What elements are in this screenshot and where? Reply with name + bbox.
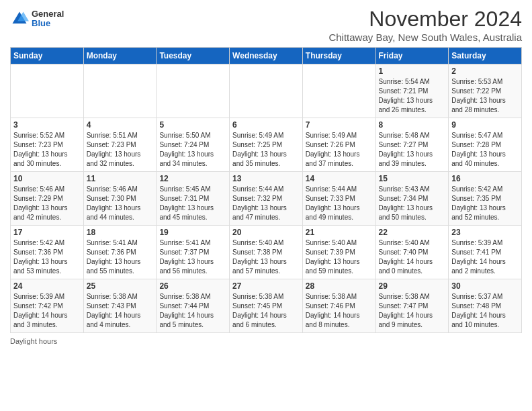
day-number: 3 bbox=[13, 120, 81, 130]
day-info: Sunrise: 5:52 AM Sunset: 7:23 PM Dayligh… bbox=[13, 131, 81, 169]
day-info: Sunrise: 5:53 AM Sunset: 7:22 PM Dayligh… bbox=[451, 77, 519, 115]
calendar-cell: 21Sunrise: 5:40 AM Sunset: 7:39 PM Dayli… bbox=[302, 226, 375, 279]
calendar-cell: 27Sunrise: 5:38 AM Sunset: 7:45 PM Dayli… bbox=[230, 279, 303, 333]
day-info: Sunrise: 5:40 AM Sunset: 7:38 PM Dayligh… bbox=[232, 238, 300, 276]
day-info: Sunrise: 5:45 AM Sunset: 7:31 PM Dayligh… bbox=[159, 185, 226, 222]
header-sunday: Sunday bbox=[11, 48, 84, 64]
day-info: Sunrise: 5:42 AM Sunset: 7:35 PM Dayligh… bbox=[451, 185, 519, 222]
day-number: 28 bbox=[306, 281, 373, 291]
calendar-cell: 22Sunrise: 5:40 AM Sunset: 7:40 PM Dayli… bbox=[375, 226, 449, 279]
calendar-cell bbox=[11, 64, 84, 118]
calendar-cell: 4Sunrise: 5:51 AM Sunset: 7:23 PM Daylig… bbox=[83, 118, 157, 172]
day-info: Sunrise: 5:40 AM Sunset: 7:40 PM Dayligh… bbox=[379, 238, 446, 276]
calendar-header-row: SundayMondayTuesdayWednesdayThursdayFrid… bbox=[11, 48, 522, 64]
header-wednesday: Wednesday bbox=[230, 48, 303, 64]
calendar-cell bbox=[157, 64, 230, 118]
day-number: 29 bbox=[379, 281, 446, 291]
calendar-cell: 8Sunrise: 5:48 AM Sunset: 7:27 PM Daylig… bbox=[375, 118, 449, 172]
calendar-cell: 24Sunrise: 5:39 AM Sunset: 7:42 PM Dayli… bbox=[11, 279, 84, 333]
day-number: 13 bbox=[232, 174, 300, 183]
day-number: 6 bbox=[232, 120, 300, 130]
day-number: 12 bbox=[159, 174, 226, 183]
day-info: Sunrise: 5:44 AM Sunset: 7:32 PM Dayligh… bbox=[232, 185, 300, 222]
day-info: Sunrise: 5:40 AM Sunset: 7:39 PM Dayligh… bbox=[306, 238, 373, 276]
day-info: Sunrise: 5:46 AM Sunset: 7:30 PM Dayligh… bbox=[87, 185, 154, 222]
day-info: Sunrise: 5:42 AM Sunset: 7:36 PM Dayligh… bbox=[13, 238, 81, 276]
logo: General Blue bbox=[10, 9, 64, 29]
calendar-cell: 16Sunrise: 5:42 AM Sunset: 7:35 PM Dayli… bbox=[449, 172, 522, 226]
week-row-3: 17Sunrise: 5:42 AM Sunset: 7:36 PM Dayli… bbox=[11, 226, 522, 279]
week-row-0: 1Sunrise: 5:54 AM Sunset: 7:21 PM Daylig… bbox=[11, 64, 522, 118]
calendar-cell bbox=[83, 64, 157, 118]
title-block: November 2024 Chittaway Bay, New South W… bbox=[328, 7, 522, 43]
day-number: 25 bbox=[87, 281, 154, 291]
main-title: November 2024 bbox=[328, 7, 522, 32]
day-info: Sunrise: 5:38 AM Sunset: 7:45 PM Dayligh… bbox=[232, 292, 300, 330]
day-number: 20 bbox=[232, 228, 300, 237]
header-saturday: Saturday bbox=[449, 48, 522, 64]
calendar-cell: 29Sunrise: 5:38 AM Sunset: 7:47 PM Dayli… bbox=[375, 279, 449, 333]
calendar-cell: 9Sunrise: 5:47 AM Sunset: 7:28 PM Daylig… bbox=[449, 118, 522, 172]
calendar-cell: 5Sunrise: 5:50 AM Sunset: 7:24 PM Daylig… bbox=[157, 118, 230, 172]
calendar-cell: 14Sunrise: 5:44 AM Sunset: 7:33 PM Dayli… bbox=[302, 172, 375, 226]
logo-blue-text: Blue bbox=[32, 19, 64, 28]
day-info: Sunrise: 5:39 AM Sunset: 7:42 PM Dayligh… bbox=[13, 292, 81, 330]
calendar-cell: 7Sunrise: 5:49 AM Sunset: 7:26 PM Daylig… bbox=[302, 118, 375, 172]
day-info: Sunrise: 5:51 AM Sunset: 7:23 PM Dayligh… bbox=[87, 131, 154, 169]
day-info: Sunrise: 5:38 AM Sunset: 7:47 PM Dayligh… bbox=[379, 292, 446, 330]
day-number: 9 bbox=[451, 120, 519, 130]
day-info: Sunrise: 5:49 AM Sunset: 7:26 PM Dayligh… bbox=[306, 131, 373, 169]
logo-general-text: General bbox=[32, 9, 64, 19]
day-info: Sunrise: 5:38 AM Sunset: 7:43 PM Dayligh… bbox=[87, 292, 154, 330]
day-info: Sunrise: 5:43 AM Sunset: 7:34 PM Dayligh… bbox=[379, 185, 446, 222]
week-row-2: 10Sunrise: 5:46 AM Sunset: 7:29 PM Dayli… bbox=[11, 172, 522, 226]
day-number: 11 bbox=[87, 174, 154, 183]
calendar-cell: 30Sunrise: 5:37 AM Sunset: 7:48 PM Dayli… bbox=[449, 279, 522, 333]
day-info: Sunrise: 5:41 AM Sunset: 7:36 PM Dayligh… bbox=[87, 238, 154, 276]
day-info: Sunrise: 5:46 AM Sunset: 7:29 PM Dayligh… bbox=[13, 185, 81, 222]
header-tuesday: Tuesday bbox=[157, 48, 230, 64]
day-number: 26 bbox=[159, 281, 226, 291]
day-number: 2 bbox=[451, 66, 519, 76]
header: General Blue November 2024 Chittaway Bay… bbox=[10, 7, 522, 43]
calendar-cell: 6Sunrise: 5:49 AM Sunset: 7:25 PM Daylig… bbox=[230, 118, 303, 172]
day-number: 18 bbox=[87, 228, 154, 237]
header-monday: Monday bbox=[83, 48, 157, 64]
logo-text: General Blue bbox=[32, 9, 64, 29]
calendar-cell: 26Sunrise: 5:38 AM Sunset: 7:44 PM Dayli… bbox=[157, 279, 230, 333]
day-number: 22 bbox=[379, 228, 446, 237]
calendar-cell: 12Sunrise: 5:45 AM Sunset: 7:31 PM Dayli… bbox=[157, 172, 230, 226]
day-number: 24 bbox=[13, 281, 81, 291]
calendar-cell bbox=[230, 64, 303, 118]
day-number: 7 bbox=[306, 120, 373, 130]
calendar-cell: 20Sunrise: 5:40 AM Sunset: 7:38 PM Dayli… bbox=[230, 226, 303, 279]
subtitle: Chittaway Bay, New South Wales, Australi… bbox=[328, 32, 522, 43]
day-number: 10 bbox=[13, 174, 81, 183]
calendar-cell: 18Sunrise: 5:41 AM Sunset: 7:36 PM Dayli… bbox=[83, 226, 157, 279]
header-thursday: Thursday bbox=[302, 48, 375, 64]
day-info: Sunrise: 5:49 AM Sunset: 7:25 PM Dayligh… bbox=[232, 131, 300, 169]
logo-icon bbox=[10, 9, 29, 28]
day-number: 16 bbox=[451, 174, 519, 183]
calendar-cell: 15Sunrise: 5:43 AM Sunset: 7:34 PM Dayli… bbox=[375, 172, 449, 226]
calendar-table: SundayMondayTuesdayWednesdayThursdayFrid… bbox=[10, 47, 522, 333]
day-number: 8 bbox=[379, 120, 446, 130]
day-info: Sunrise: 5:38 AM Sunset: 7:44 PM Dayligh… bbox=[159, 292, 226, 330]
day-number: 23 bbox=[451, 228, 519, 237]
day-info: Sunrise: 5:41 AM Sunset: 7:37 PM Dayligh… bbox=[159, 238, 226, 276]
day-info: Sunrise: 5:39 AM Sunset: 7:41 PM Dayligh… bbox=[451, 238, 519, 276]
calendar-cell: 28Sunrise: 5:38 AM Sunset: 7:46 PM Dayli… bbox=[302, 279, 375, 333]
day-number: 5 bbox=[159, 120, 226, 130]
day-number: 30 bbox=[451, 281, 519, 291]
calendar-cell: 19Sunrise: 5:41 AM Sunset: 7:37 PM Dayli… bbox=[157, 226, 230, 279]
day-number: 27 bbox=[232, 281, 300, 291]
day-info: Sunrise: 5:38 AM Sunset: 7:46 PM Dayligh… bbox=[306, 292, 373, 330]
calendar-cell: 23Sunrise: 5:39 AM Sunset: 7:41 PM Dayli… bbox=[449, 226, 522, 279]
day-number: 17 bbox=[13, 228, 81, 237]
day-number: 4 bbox=[87, 120, 154, 130]
day-info: Sunrise: 5:44 AM Sunset: 7:33 PM Dayligh… bbox=[306, 185, 373, 222]
week-row-4: 24Sunrise: 5:39 AM Sunset: 7:42 PM Dayli… bbox=[11, 279, 522, 333]
calendar-cell: 3Sunrise: 5:52 AM Sunset: 7:23 PM Daylig… bbox=[11, 118, 84, 172]
footer-note-text: Daylight hours bbox=[10, 337, 57, 345]
calendar-cell: 1Sunrise: 5:54 AM Sunset: 7:21 PM Daylig… bbox=[375, 64, 449, 118]
